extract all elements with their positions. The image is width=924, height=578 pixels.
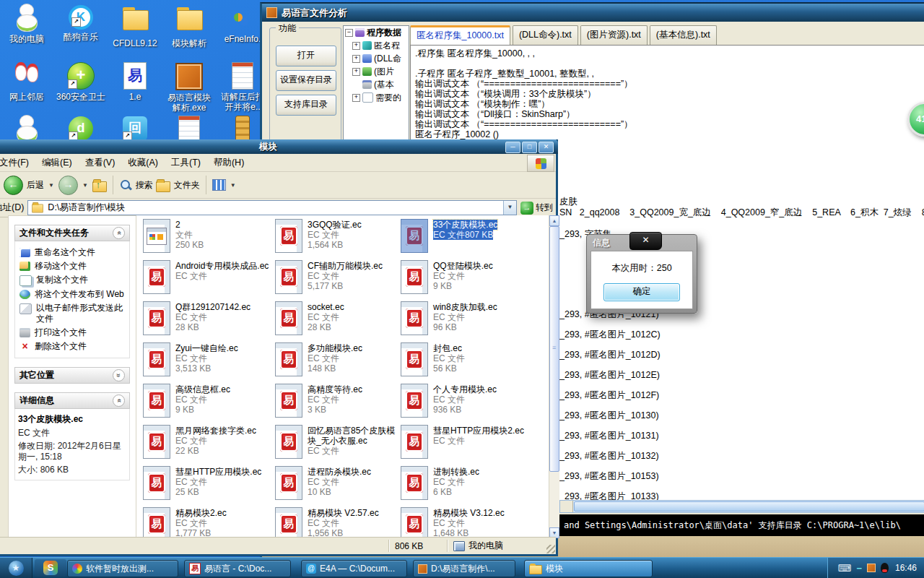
menu-3[interactable]: 收藏(A) (121, 155, 165, 171)
task-item-2[interactable]: 复制这个文件 (18, 273, 126, 288)
open-button[interactable]: 打开 (276, 46, 336, 66)
file-item[interactable]: 易Q群1291207142.ecEC 文件28 KB (143, 301, 271, 335)
desktop-icon-模块解析[interactable]: 模块解析 (164, 3, 214, 48)
desktop-icon-row2-0[interactable] (1, 114, 52, 143)
start-button[interactable]: ★ (0, 558, 32, 578)
keyboard-tray-icon[interactable]: ⌨ (838, 563, 852, 574)
ok-button[interactable]: 确定 (603, 283, 680, 301)
tab-1[interactable]: (DLL命令).txt (513, 25, 578, 45)
file-item[interactable]: 易回忆易语言85个皮肤模块_无小衣服.ecEC 文件 (275, 425, 404, 459)
desktop-icon-我的电脑[interactable]: 我的电脑 (1, 3, 52, 44)
menu-0[interactable]: 文件(F) (0, 155, 35, 171)
file-item[interactable]: 易进程防杀模块.ecEC 文件10 KB (275, 466, 404, 500)
file-item[interactable]: 易CF辅助万能模块.ecEC 文件5,177 KB (275, 260, 404, 294)
file-item[interactable]: 易高级信息框.ecEC 文件9 KB (143, 384, 271, 418)
file-item[interactable]: 易彗星HTTP应用模块2.ecEC 文件 (401, 425, 529, 459)
file-item[interactable]: 易win8皮肤加载.ecEC 文件96 KB (401, 301, 529, 335)
other-places-header[interactable]: 其它位置 « (14, 367, 130, 384)
close-button[interactable]: ✕ (539, 142, 554, 153)
tab-0[interactable]: 匿名程序集_10000.txt (410, 25, 510, 45)
task-item-6[interactable]: ×删除这个文件 (18, 340, 126, 353)
back-dropdown-icon[interactable]: ▼ (48, 182, 54, 189)
support-lib-dir-button[interactable]: 支持库目录 (276, 95, 336, 116)
details-header[interactable]: 详细信息 « (14, 392, 130, 409)
file-item[interactable]: 易33个皮肤模块.ecEC 文件807 KB (401, 219, 529, 253)
tree-item-1[interactable]: +(DLL命 (344, 52, 409, 65)
desktop-icon-1.e[interactable]: 易1.e (110, 61, 160, 102)
search-icon[interactable] (119, 178, 132, 191)
desktop-icon-row2-1[interactable]: d↗ (56, 114, 106, 141)
views-icon[interactable] (212, 179, 226, 191)
address-input[interactable]: D:\易语言制作\模块 ▼ (27, 200, 517, 215)
go-button[interactable]: → 转到 (520, 202, 553, 215)
file-item[interactable]: 易socket.ecEC 文件28 KB (275, 301, 404, 335)
forward-button[interactable]: → (58, 176, 78, 195)
file-item[interactable]: 易彗星HTTP应用模块.ecEC 文件25 KB (143, 466, 271, 500)
maximize-button[interactable]: □ (522, 142, 537, 153)
file-item[interactable]: 易Android专用模块成品.ecEC 文件 (143, 260, 271, 294)
desktop-icon-酷狗音乐[interactable]: K↗酷狗音乐 (56, 3, 106, 42)
collapse-chevron-icon[interactable]: « (113, 227, 125, 239)
tree-root[interactable]: −程序数据 (344, 26, 409, 39)
tree-expand-icon[interactable]: + (352, 42, 360, 50)
desktop-icon-网上邻居[interactable]: 网上邻居 (1, 61, 52, 102)
file-item[interactable]: 易多功能模块.ecEC 文件148 KB (275, 342, 404, 376)
file-item[interactable]: 易Zyui一键自绘.ecEC 文件3,513 KB (143, 342, 271, 376)
file-item[interactable]: 易精易模块2.ecEC 文件1,777 KB (143, 507, 271, 538)
vertical-scrollbar-thumb[interactable] (549, 226, 559, 472)
task-item-5[interactable]: 打印这个文件 (18, 326, 126, 340)
tab-2[interactable]: (图片资源).txt (580, 25, 648, 45)
scroll-up-button[interactable]: ▲ (549, 215, 559, 226)
taskbar-button-4[interactable]: 模块 (524, 560, 653, 577)
menu-2[interactable]: 查看(V) (79, 155, 122, 171)
stamp-tray-icon[interactable] (867, 564, 876, 572)
file-item[interactable]: 易黑月网络套接字类.ecEC 文件22 KB (143, 425, 271, 459)
taskbar-button-0[interactable]: 软件暂时放出测... (67, 560, 178, 577)
desktop-icon-row2-3[interactable] (164, 114, 214, 143)
task-item-0[interactable]: 重命名这个文件 (18, 246, 126, 259)
file-item[interactable]: 易个人专用模块.ecEC 文件936 KB (401, 384, 529, 418)
dialog-close-icon[interactable]: ✕ (629, 232, 662, 250)
taskbar-button-1[interactable]: 易易语言 - C:\Doc... (184, 560, 291, 577)
tab-3[interactable]: (基本信息).txt (650, 25, 717, 45)
tree-expand-icon[interactable]: + (352, 94, 360, 102)
file-item[interactable]: 易3GQQ验证.ecEC 文件1,564 KB (275, 219, 404, 253)
qq-tray-icon[interactable] (881, 563, 889, 573)
back-button[interactable]: ← (4, 176, 23, 195)
horizontal-scrollbar[interactable] (559, 500, 924, 513)
task-item-3[interactable]: 将这个文件发布到 Web (18, 288, 126, 301)
task-item-4[interactable]: 以电子邮件形式发送此文件 (18, 301, 126, 326)
file-item[interactable]: 易精易模块 V2.57.ecEC 文件1,956 KB (275, 507, 404, 538)
folders-icon[interactable] (156, 181, 170, 192)
vertical-scrollbar[interactable]: ▲ ▼ (549, 215, 559, 538)
menu-4[interactable]: 工具(T) (165, 155, 207, 171)
tree-item-3[interactable]: (基本 (344, 78, 409, 91)
file-item[interactable]: 易进制转换.ecEC 文件6 KB (401, 466, 529, 500)
resize-grip[interactable] (546, 545, 555, 553)
tree-item-4[interactable]: +需要的 (344, 91, 409, 104)
desktop-icon-易语言模块解析.exe[interactable]: 易语言模块解析.exe (164, 61, 214, 113)
desktop-icon-row2-2[interactable]: 回↗ (110, 114, 160, 141)
task-item-1[interactable]: 移动这个文件 (18, 259, 126, 273)
tree-expand-icon[interactable]: + (352, 68, 360, 76)
analyzer-titlebar[interactable]: 易语言文件分析 (262, 4, 924, 22)
up-button[interactable]: ↑ (92, 181, 107, 192)
file-item[interactable]: 易封包.ecEC 文件56 KB (401, 342, 529, 376)
file-item[interactable]: 2文件250 KB (143, 219, 271, 253)
tree-expand-icon[interactable]: + (352, 55, 360, 63)
tree-collapse-icon[interactable]: − (345, 29, 353, 37)
address-dropdown-button[interactable]: ▼ (503, 201, 516, 215)
taskbar-button-3[interactable]: D:\易语言制作\... (413, 560, 515, 577)
desktop-icon-CFDLL9.12[interactable]: CFDLL9.12 (110, 3, 160, 48)
horizontal-scrollbar-thumb[interactable] (574, 501, 924, 512)
file-item[interactable]: 易高精度等待.ecEC 文件3 KB (275, 384, 404, 418)
menu-5[interactable]: 帮助(H) (207, 155, 250, 171)
forward-dropdown-icon[interactable]: ▼ (82, 182, 88, 189)
file-tasks-header[interactable]: 文件和文件夹任务 « (14, 225, 130, 241)
tree-item-2[interactable]: +(图片 (344, 65, 409, 78)
file-item[interactable]: 易QQ登陆模块.ecEC 文件9 KB (401, 260, 529, 294)
views-dropdown-icon[interactable]: ▼ (230, 182, 236, 189)
expand-chevron-icon[interactable]: « (113, 369, 125, 381)
quick-launch-button[interactable]: S (35, 559, 66, 577)
minimize-button[interactable]: ─ (505, 142, 520, 153)
